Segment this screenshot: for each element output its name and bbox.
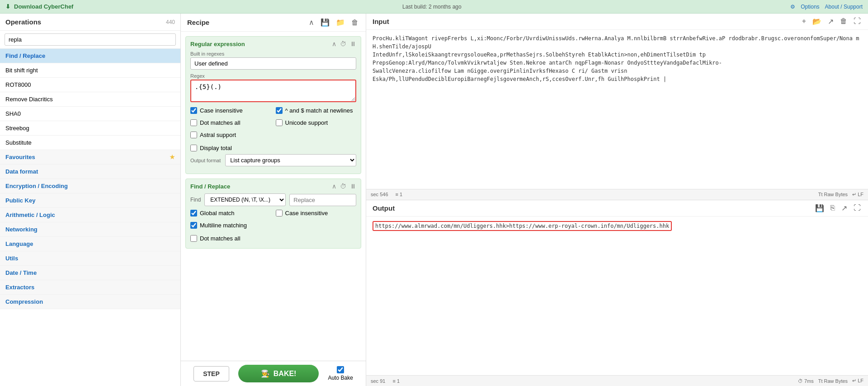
multiline-matching-text: Multiline matching [200,222,247,229]
sidebar-item-date-time[interactable]: Date / Time [0,266,180,280]
dot-matches-all-checkbox[interactable] [190,119,197,126]
sidebar-item-label: Date / Time [5,269,37,276]
sidebar-item-label: Arithmetic / Logic [5,212,55,218]
regex-input[interactable]: .{5}(.) [190,80,356,102]
input-clear-icon[interactable]: 🗑 [839,17,848,26]
input-fullscreen-icon[interactable]: ⛶ [853,17,862,26]
output-fullscreen-icon[interactable]: ⛶ [853,204,862,212]
recipe-header: Recipe ∧ 💾 📁 🗑 [181,14,366,32]
recipe-delete-icon[interactable]: 🗑 [350,19,359,27]
sidebar-item-find-replace[interactable]: Find / Replace [0,49,180,63]
fr-dot-matches-all-row: Dot matches all [190,235,356,242]
find-replace-collapse-icon[interactable]: ∧ [332,183,336,190]
sidebar-item-label: Remove Diacritics [5,96,53,103]
unicode-support-checkbox[interactable] [276,119,283,126]
operations-title: Operations [5,18,41,26]
case-insensitive-checkbox[interactable] [190,107,197,114]
display-total-checkbox[interactable] [190,145,197,151]
fr-dot-matches-all-checkbox[interactable] [190,235,197,242]
sidebar-item-extractors[interactable]: Extractors [0,280,180,295]
multiline-matching-label[interactable]: Multiline matching [190,222,271,229]
builtin-input[interactable] [190,57,356,70]
find-replace-step-icons: ∧ ⏱ ⏸ [332,183,356,190]
output-popout-icon[interactable]: ↗ [840,204,848,212]
output-copy-icon[interactable]: ⎘ [830,204,836,212]
bake-button[interactable]: 👨‍🍳 BAKE! [238,365,319,382]
sidebar-item-label: Data format [5,168,38,175]
caret-dollar-label[interactable]: ^ and $ match at newlines [276,107,357,114]
sidebar-item-bit-shift-right[interactable]: Bit shift right [0,63,180,78]
auto-bake-checkbox[interactable] [337,366,344,373]
sidebar-item-substitute[interactable]: Substitute [0,136,180,150]
sidebar-item-compression[interactable]: Compression [0,295,180,309]
sidebar-item-data-format[interactable]: Data format [0,165,180,179]
sidebar-item-favourites[interactable]: Favourites★ [0,150,180,165]
unicode-support-label[interactable]: Unicode support [276,119,357,126]
output-format-select[interactable]: List capture groups [225,154,356,166]
find-replace-timer-icon[interactable]: ⏱ [340,183,346,190]
input-add-icon[interactable]: + [801,17,807,26]
auto-bake-row: Auto Bake [328,366,353,381]
input-open-icon[interactable]: 📂 [811,17,822,26]
auto-bake-label: Auto Bake [328,375,353,381]
display-total-text: Display total [200,145,232,151]
regex-label: Regex [190,73,356,79]
sidebar-item-label: ROT8000 [5,81,31,88]
regex-collapse-icon[interactable]: ∧ [332,40,336,47]
find-replace-disable-icon[interactable]: ⏸ [350,183,356,190]
replace-input[interactable] [289,194,356,206]
output-header: Output 💾 ⎘ ↗ ⛶ [366,200,868,217]
sidebar-item-networking[interactable]: Networking [0,222,180,237]
fr-case-insensitive-label[interactable]: Case insensitive [276,210,357,217]
input-popout-icon[interactable]: ↗ [827,17,835,26]
caret-dollar-checkbox[interactable] [276,107,283,114]
sidebar-item-remove-diacritics[interactable]: Remove Diacritics [0,92,180,107]
bake-bar: STEP 👨‍🍳 BAKE! Auto Bake [181,361,366,386]
dot-matches-all-label[interactable]: Dot matches all [190,119,271,126]
case-insensitive-label[interactable]: Case insensitive [190,107,271,114]
recipe-collapse-icon[interactable]: ∧ [308,18,315,27]
regex-timer-icon[interactable]: ⏱ [340,40,346,47]
download-label[interactable]: Download CyberChef [14,3,73,10]
bake-label: BAKE! [274,370,297,378]
find-replace-step-header: Find / Replace ∧ ⏱ ⏸ [190,183,356,190]
builtin-regex-field: Built in regexes [190,51,356,70]
sidebar-item-arithmetic-logic[interactable]: Arithmetic / Logic [0,208,180,222]
sidebar-item-rot8000[interactable]: ROT8000 [0,78,180,92]
operations-count: 440 [166,19,175,25]
global-match-checkbox[interactable] [190,210,197,217]
global-match-label[interactable]: Global match [190,210,271,217]
input-icons: + 📂 ↗ 🗑 ⛶ [801,17,862,26]
multiline-matching-checkbox[interactable] [190,222,197,229]
input-header: Input + 📂 ↗ 🗑 ⛶ [366,14,868,30]
options-link[interactable]: Options [801,4,819,10]
fr-case-insensitive-checkbox[interactable] [276,210,283,217]
main: Operations 440 Find / ReplaceBit shift r… [0,14,868,386]
regex-step-icons: ∧ ⏱ ⏸ [332,40,356,47]
astral-support-label[interactable]: Astral support [190,132,271,138]
output-save-icon[interactable]: 💾 [814,204,825,212]
sidebar-item-label: Utils [5,255,18,262]
sidebar-item-public-key[interactable]: Public Key [0,193,180,208]
step-button[interactable]: STEP [193,366,229,381]
sidebar-item-sha0[interactable]: SHA0 [0,107,180,121]
topbar-left: ⬇ Download CyberChef [5,3,73,10]
unicode-support-text: Unicode support [285,119,328,126]
recipe-save-icon[interactable]: 💾 [320,18,330,27]
sidebar-item-utils[interactable]: Utils [0,251,180,266]
sidebar-item-encryption-encoding[interactable]: Encryption / Encoding [0,179,180,193]
output-lf: ↵ LF [852,378,863,384]
sidebar-item-streebog[interactable]: Streebog [0,121,180,136]
sidebar-item-language[interactable]: Language [0,237,180,251]
search-input[interactable] [5,33,176,46]
recipe-folder-icon[interactable]: 📁 [335,18,346,27]
astral-support-checkbox[interactable] [190,132,197,138]
regex-disable-icon[interactable]: ⏸ [350,40,356,47]
regex-step-title: Regular expression [190,41,245,47]
topbar: ⬇ Download CyberChef Last build: 2 month… [0,0,868,14]
about-support-link[interactable]: About / Support [825,4,863,10]
sidebar-item-label: Language [5,240,33,247]
find-mode-select[interactable]: EXTENDED (\N, \T, \X...) [204,193,286,206]
astral-support-text: Astral support [200,132,236,138]
input-area[interactable]: ProcHu.kliTWagont rivepFrerbs L,xi:Moonc… [366,30,868,189]
